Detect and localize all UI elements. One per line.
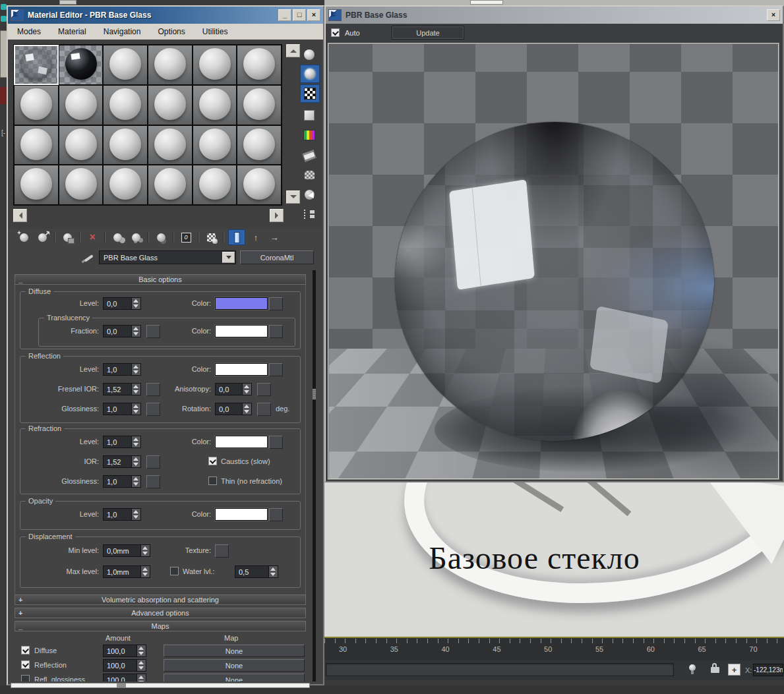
diffuse-level-spinner[interactable]: 0,0 <box>103 297 141 310</box>
displacement-texture-map-button[interactable] <box>215 544 229 558</box>
sample-slot[interactable] <box>59 86 103 125</box>
sample-slot[interactable] <box>237 86 281 125</box>
slots-scroll-up-button[interactable] <box>286 44 300 57</box>
put-to-library-icon[interactable] <box>153 230 169 245</box>
opacity-level-spinner[interactable]: 1,0 <box>103 508 141 521</box>
sample-slot[interactable] <box>237 165 281 204</box>
rollout-basic-options[interactable]: _ Basic options <box>15 274 306 285</box>
sample-slot[interactable] <box>104 86 147 125</box>
go-to-parent-icon[interactable] <box>248 230 264 245</box>
refraction-glossiness-spinner[interactable]: 1,0 <box>103 475 141 488</box>
opacity-color-map-button[interactable] <box>269 508 283 521</box>
timeline-track[interactable]: 303540455055606570 <box>324 637 784 660</box>
preview-titlebar[interactable]: PBR Base Glass × <box>326 7 783 24</box>
close-button[interactable]: × <box>307 9 320 21</box>
sample-slot[interactable] <box>193 45 237 84</box>
sample-slot[interactable] <box>15 165 58 204</box>
diffuse-color-swatch[interactable] <box>215 297 268 310</box>
options-icon[interactable] <box>300 166 318 183</box>
horizontal-scrollbar[interactable] <box>11 683 310 688</box>
select-by-material-icon[interactable] <box>300 186 318 203</box>
refraction-ior-spinner[interactable]: 1,52 <box>103 455 141 468</box>
sample-slot[interactable] <box>15 45 58 84</box>
show-end-result-icon[interactable] <box>228 229 245 245</box>
parameters-scrollbar[interactable] <box>313 270 316 681</box>
maps-refl-glossiness-amount-spinner[interactable]: 100,0 <box>103 674 146 681</box>
sample-slot[interactable] <box>59 165 103 204</box>
get-material-icon[interactable] <box>16 230 32 245</box>
absolute-mode-icon[interactable]: + <box>728 664 740 676</box>
refraction-color-map-button[interactable] <box>269 436 283 449</box>
rotation-map-button[interactable] <box>257 403 271 416</box>
sample-slot[interactable] <box>193 126 237 165</box>
sample-slot[interactable] <box>148 126 192 165</box>
maximize-button[interactable]: □ <box>293 9 306 21</box>
sample-slot[interactable] <box>104 45 147 84</box>
slots-scroll-right-button[interactable] <box>270 209 284 222</box>
translucency-color-swatch[interactable] <box>215 325 268 337</box>
menu-item-options[interactable]: Options <box>158 27 185 36</box>
go-forward-to-sibling-icon[interactable] <box>266 230 282 245</box>
make-preview-icon[interactable] <box>300 147 318 164</box>
scrollbar-grip[interactable] <box>313 389 316 399</box>
sample-slot[interactable] <box>193 86 237 125</box>
put-material-to-scene-icon[interactable] <box>34 230 50 245</box>
water-level-spinner[interactable]: 0,5 <box>235 565 278 578</box>
maps-diffuse-map-button[interactable]: None <box>164 645 305 657</box>
water-level-checkbox[interactable] <box>170 567 179 575</box>
editor-titlebar[interactable]: Material Editor - PBR Base Glass _□× <box>8 7 323 24</box>
maps-reflection-checkbox[interactable] <box>21 660 30 669</box>
reflection-glossiness-spinner[interactable]: 1,0 <box>103 403 141 415</box>
x-coordinate-field[interactable]: -122,123m <box>753 664 783 676</box>
rollout-advanced[interactable]: + Advanced options <box>15 608 306 618</box>
sample-slot[interactable] <box>193 165 237 204</box>
selection-lock-icon[interactable] <box>711 667 719 673</box>
sample-slot[interactable] <box>237 126 281 165</box>
material-id-channel-icon[interactable] <box>178 230 194 245</box>
thin-refraction-checkbox[interactable] <box>208 477 217 485</box>
menu-item-material[interactable]: Material <box>58 27 86 36</box>
auto-update-checkbox[interactable] <box>331 28 340 37</box>
reflection-color-map-button[interactable] <box>269 363 283 376</box>
refraction-level-spinner[interactable]: 1,0 <box>103 436 141 448</box>
translucency-fraction-spinner[interactable]: 0,0 <box>103 325 141 337</box>
scrollbar-thumb[interactable] <box>117 683 126 687</box>
backlight-icon[interactable] <box>300 65 320 83</box>
sample-slot[interactable] <box>148 45 192 84</box>
maps-refl-glossiness-map-button[interactable]: None <box>164 674 305 681</box>
sample-slot[interactable] <box>59 126 103 165</box>
anisotropy-map-button[interactable] <box>257 383 271 396</box>
menu-item-utilities[interactable]: Utilities <box>202 27 228 36</box>
rollout-volumetric[interactable]: + Volumetric absorption and scattering <box>15 594 306 605</box>
sample-slot[interactable] <box>237 45 281 84</box>
sample-slot[interactable] <box>15 126 58 165</box>
reflection-level-spinner[interactable]: 1,0 <box>103 363 141 376</box>
sample-uv-tiling-icon[interactable] <box>300 107 318 124</box>
sample-type-sphere-icon[interactable] <box>300 46 318 63</box>
sample-slot[interactable] <box>59 45 103 84</box>
menu-item-navigation[interactable]: Navigation <box>104 27 141 36</box>
chevron-down-icon[interactable] <box>222 252 235 263</box>
track-bar-field[interactable] <box>326 663 674 676</box>
displacement-min-spinner[interactable]: 0,0mm <box>103 544 150 557</box>
material-class-button[interactable]: CoronaMtl <box>240 250 314 264</box>
refraction-glossiness-map-button[interactable] <box>146 475 160 488</box>
diffuse-color-map-button[interactable] <box>269 297 283 310</box>
slots-scroll-left-button[interactable] <box>13 209 27 222</box>
minimize-button[interactable]: _ <box>278 9 291 21</box>
show-shaded-material-in-viewport-icon[interactable] <box>203 230 219 245</box>
reflection-color-swatch[interactable] <box>215 363 268 376</box>
sample-slot[interactable] <box>104 126 147 165</box>
rotation-spinner[interactable]: 0,0 <box>215 403 252 415</box>
sample-slot[interactable] <box>15 86 58 125</box>
displacement-max-spinner[interactable]: 1,0mm <box>103 565 150 578</box>
material-map-navigator-icon[interactable] <box>300 206 318 223</box>
maps-reflection-amount-spinner[interactable]: 100,0 <box>103 659 146 672</box>
caustics-checkbox[interactable] <box>208 457 217 465</box>
isolate-lightbulb-icon[interactable] <box>688 664 696 675</box>
slots-scroll-down-button[interactable] <box>286 190 300 204</box>
video-color-check-icon[interactable] <box>300 127 318 144</box>
material-name-dropdown[interactable]: PBR Base Glass <box>99 250 236 264</box>
maps-refl-glossiness-checkbox[interactable] <box>21 675 30 681</box>
refraction-ior-map-button[interactable] <box>146 455 160 469</box>
